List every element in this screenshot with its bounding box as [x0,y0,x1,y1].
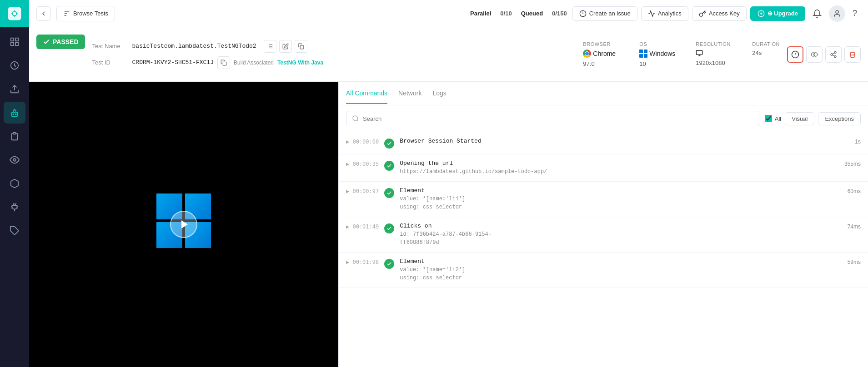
topbar-actions: Create an issue Analytics Access Key ⊕ U… [572,5,861,22]
content-area: PASSED Test Name basicTestcom.lambdatest… [29,27,868,367]
search-input[interactable] [363,115,753,122]
cmd-body: Element value: *[name='li2']using: css s… [400,258,833,282]
list-icon-button[interactable] [264,40,276,53]
sidebar-item-history[interactable] [4,55,25,76]
upgrade-button[interactable]: ⊕ Upgrade [750,6,805,21]
copy-id-button[interactable] [217,56,230,69]
browser-name: Chrome [593,50,616,57]
command-row[interactable]: ▶ 00:01:49 Clicks on id: 7f36b424-a787-4… [339,217,868,253]
play-button[interactable] [170,211,197,238]
commands-toolbar: All Visual Exceptions [339,105,868,132]
command-row[interactable]: ▶ 00:01:98 Element value: *[name='li2']u… [339,253,868,288]
tab-network[interactable]: Network [398,83,421,104]
cmd-detail: value: *[name='li2']using: css selector [400,266,833,282]
copy-name-button[interactable] [295,40,307,53]
browse-tests-button[interactable]: Browse Tests [56,6,115,21]
sidebar-item-puzzle[interactable] [4,220,25,242]
test-info: Test Name basicTestcom.lambdatest.TestNG… [92,40,576,69]
search-box[interactable] [346,111,759,126]
cmd-body: Element value: *[name='li1']using: css s… [400,187,833,211]
analytics-button[interactable]: Analytics [641,6,688,21]
cmd-status-icon [384,259,394,269]
filter-visual-button[interactable]: Visual [785,112,814,125]
sidebar-item-box[interactable] [4,173,25,194]
parallel-value: 0/10 [500,10,512,17]
command-row[interactable]: ▶ 00:00:00 Browser Session Started 1s [339,132,868,154]
filter-all-checkbox[interactable]: All [765,115,781,122]
back-button[interactable] [36,6,51,21]
cmd-body: Clicks on id: 7f36b424-a787-4b66-9154-ff… [400,223,833,247]
cmd-detail: value: *[name='li1']using: css selector [400,195,833,211]
notifications-button[interactable] [809,5,825,22]
share-button[interactable] [825,46,842,63]
os-version: 10 [639,60,646,67]
browser-info: Browser Chrome 97.0 [583,41,628,67]
test-name-actions [264,40,307,53]
create-issue-button[interactable]: Create an issue [572,6,637,21]
svg-line-41 [833,53,835,54]
edit-icon-button[interactable] [279,40,292,53]
parallel-label: Parallel [470,10,491,17]
avatar[interactable] [829,5,845,22]
tab-logs[interactable]: Logs [432,83,446,104]
svg-point-38 [831,54,833,55]
sidebar-item-clipboard[interactable] [4,125,25,147]
cmd-body: Browser Session Started [400,138,833,145]
svg-point-36 [814,53,818,56]
svg-point-39 [834,55,836,57]
cmd-time: ▶ 00:01:98 [346,258,379,265]
svg-rect-5 [15,43,18,45]
commands-tabs: All Commands Network Logs [339,82,868,105]
svg-rect-27 [300,45,304,49]
delete-button[interactable] [844,46,861,63]
search-icon [352,115,359,122]
svg-rect-4 [11,43,14,45]
status-badge: PASSED [36,35,85,49]
commands-list: ▶ 00:00:00 Browser Session Started 1s ▶ [339,132,868,367]
sidebar-item-dashboard[interactable] [4,31,25,53]
sidebar-item-upload[interactable] [4,78,25,100]
test-environment: Browser Chrome 97.0 OS Wi [583,41,780,67]
command-row[interactable]: ▶ 00:00:35 Opening the url https://lambd… [339,154,868,182]
cmd-duration: 355ms [838,160,861,167]
cmd-duration: 74ms [838,223,861,230]
all-checkbox[interactable] [765,115,772,122]
sidebar-nav [0,27,29,245]
svg-rect-2 [11,38,14,41]
cmd-title: Element [400,187,833,194]
tab-all-commands[interactable]: All Commands [346,83,387,104]
cmd-time: ▶ 00:01:49 [346,223,379,230]
cmd-detail: id: 7f36b424-a787-4b66-9154-ff60886f879d [400,230,833,247]
browser-version: 97.0 [583,60,594,67]
filter-exceptions-button[interactable]: Exceptions [818,112,861,125]
access-key-button[interactable]: Access Key [692,6,747,21]
duration-value: 24s [752,50,762,56]
sidebar [0,0,29,367]
command-row[interactable]: ▶ 00:00:97 Element value: *[name='li1']u… [339,182,868,217]
intersect-button[interactable] [806,46,823,63]
svg-point-9 [13,114,14,115]
cmd-body: Opening the url https://lambdatest.githu… [400,160,833,176]
sidebar-item-robot[interactable] [4,102,25,124]
help-button[interactable]: ? [849,7,861,20]
video-preview[interactable] [29,82,338,367]
sidebar-item-eye[interactable] [4,149,25,171]
sidebar-item-bug[interactable] [4,196,25,218]
video-panel [29,82,338,367]
chrome-icon [583,50,591,58]
cmd-time: ▶ 00:00:97 [346,187,379,194]
svg-marker-42 [181,220,188,228]
windows-icon [639,50,647,58]
info-button[interactable] [787,46,803,63]
os-info: OS Windows 10 [639,41,685,67]
cmd-time: ▶ 00:00:35 [346,160,379,167]
cmd-detail: https://lambdatest.github.io/sample-todo… [400,168,833,176]
svg-rect-29 [697,50,702,55]
cmd-status-icon [384,161,394,171]
svg-point-12 [13,159,16,161]
monitor-icon [696,50,703,57]
sidebar-logo[interactable] [0,0,29,27]
cmd-title: Element [400,258,833,265]
parallel-info: Parallel 0/10 Queued 0/150 [470,10,567,17]
cmd-status-icon [384,139,394,149]
